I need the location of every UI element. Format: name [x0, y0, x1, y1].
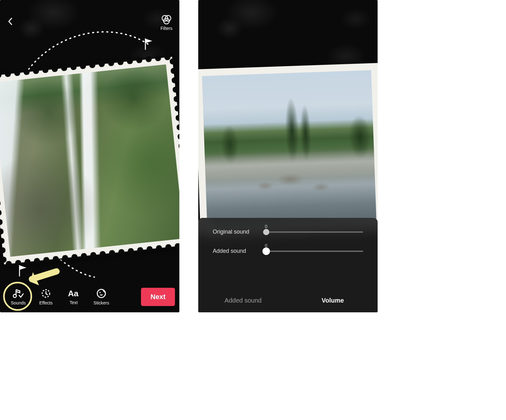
filters-button[interactable]: Filters — [160, 14, 172, 31]
stickers-button[interactable]: Stickers — [87, 288, 115, 305]
filters-label: Filters — [160, 26, 172, 31]
tab-added-sound[interactable]: Added sound — [198, 294, 288, 307]
text-aa-icon: Aa — [68, 289, 79, 298]
origin-flag-icon — [18, 264, 28, 278]
added-sound-slider-row: Added sound 0 — [213, 248, 363, 254]
photo-stamp-frame[interactable] — [0, 57, 179, 264]
sticker-face-icon — [96, 288, 106, 298]
volume-panel-tabs: Added sound Volume — [198, 294, 378, 307]
text-label: Text — [70, 300, 78, 305]
editor-screen: Filters — [0, 0, 179, 312]
waterfall-photo — [0, 64, 179, 257]
svg-point-6 — [97, 289, 105, 298]
volume-screen: Original sound 0 Added sound 0 Added sou… — [198, 0, 378, 312]
added-sound-label: Added sound — [213, 248, 263, 254]
tab-volume[interactable]: Volume — [288, 294, 378, 307]
effects-label: Effects — [39, 300, 53, 305]
clock-icon — [41, 288, 51, 298]
added-sound-slider[interactable]: 0 — [263, 251, 363, 252]
original-sound-value: 0 — [265, 224, 267, 229]
original-sound-slider-row: Original sound 0 — [213, 229, 363, 235]
destination-flag-icon — [143, 38, 154, 52]
added-sound-thumb[interactable] — [262, 247, 270, 255]
next-button[interactable]: Next — [141, 288, 175, 306]
svg-text:Aa: Aa — [68, 289, 79, 298]
original-sound-label: Original sound — [213, 229, 263, 235]
original-sound-thumb[interactable] — [263, 229, 269, 235]
sounds-button[interactable]: Sounds — [4, 288, 32, 305]
editor-toolbar: Sounds Effects Aa Text — [0, 283, 179, 311]
effects-button[interactable]: Effects — [32, 288, 60, 305]
text-button[interactable]: Aa Text — [60, 289, 87, 305]
original-sound-slider[interactable]: 0 — [263, 231, 363, 233]
filters-icon — [161, 14, 172, 25]
photo-stamp-frame[interactable] — [198, 63, 378, 235]
river-photo — [202, 70, 376, 227]
music-note-check-icon — [13, 288, 24, 298]
back-button[interactable] — [7, 17, 14, 27]
chevron-left-icon — [7, 17, 14, 26]
volume-panel: Original sound 0 Added sound 0 Added sou… — [198, 218, 378, 312]
stickers-label: Stickers — [93, 300, 109, 305]
sounds-label: Sounds — [11, 300, 25, 305]
svg-point-3 — [13, 294, 16, 298]
svg-point-7 — [99, 292, 101, 293]
